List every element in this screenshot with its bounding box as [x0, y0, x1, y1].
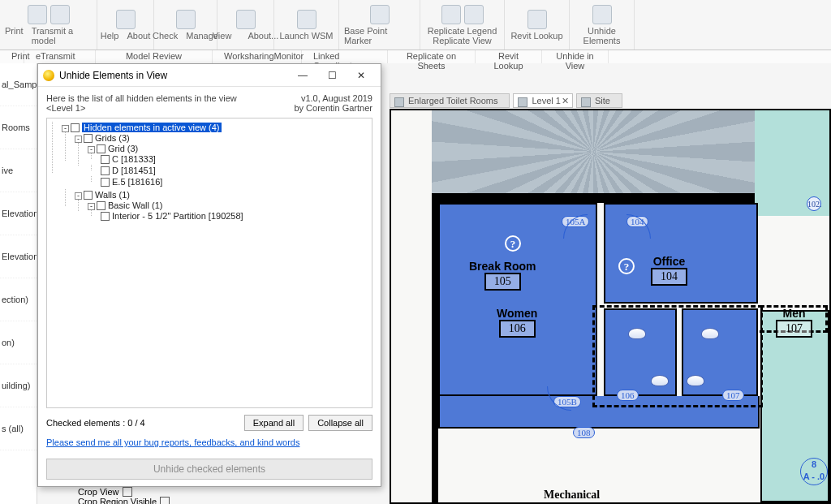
room-number: 106	[499, 320, 536, 338]
detail-bubble[interactable]: A - .0	[803, 472, 825, 481]
ribbon-label[interactable]: View	[213, 31, 232, 41]
panel-label: Revit Lookup	[476, 50, 542, 63]
checkbox[interactable]	[160, 497, 170, 504]
browser-item[interactable]: Rooms	[0, 106, 37, 149]
browser-item[interactable]: on)	[0, 321, 37, 364]
tree-node[interactable]: Grids (3)	[95, 133, 130, 143]
dialog-header: Here is the list of all hidden elements …	[38, 87, 381, 118]
project-browser[interactable]: al_Sampl Rooms ive Elevation Elevation) …	[0, 63, 37, 504]
print-icon[interactable]	[28, 5, 47, 24]
titlebar[interactable]: Unhide Elements in View — ☐ ✕	[38, 64, 381, 87]
ribbon-label[interactable]: Unhide Elements	[575, 26, 629, 45]
browser-item[interactable]: Elevation	[0, 192, 37, 235]
wsm-icon[interactable]	[297, 10, 316, 29]
ribbon-label[interactable]: Replicate Legend	[428, 26, 497, 36]
ribbon-label[interactable]: Help	[101, 31, 119, 41]
panel-label: Print	[0, 50, 24, 63]
feedback-link[interactable]: Please send me all your bug reports, fee…	[46, 437, 299, 447]
checkbox[interactable]	[123, 487, 132, 497]
collapse-all-button[interactable]: Collapse all	[308, 415, 372, 431]
intro-text: Here is the list of all hidden elements …	[46, 93, 237, 103]
panel-label: Linked Coordinates	[302, 50, 388, 63]
grid-head[interactable]: 102.	[807, 196, 821, 211]
ribbon-label[interactable]: Print	[5, 26, 24, 45]
collapse-icon[interactable]: -	[75, 136, 82, 143]
checkbox[interactable]	[101, 166, 110, 175]
tree-node[interactable]: Basic Wall (1)	[108, 200, 162, 210]
browser-item[interactable]: uilding)	[0, 364, 37, 407]
tab-enlarged-toilet[interactable]: Enlarged Toilet Rooms	[390, 93, 510, 108]
close-icon[interactable]: ✕	[562, 96, 569, 106]
room-label: Men	[776, 307, 812, 320]
tree-root[interactable]: Hidden elements in active view (4)	[82, 123, 222, 132]
help-icon[interactable]	[116, 10, 136, 29]
tree-leaf[interactable]: C [181333]	[112, 154, 156, 164]
view-tabs: Enlarged Toilet Rooms Level 1✕ Site	[390, 93, 831, 109]
basepoint-icon[interactable]	[370, 5, 390, 24]
collapse-icon[interactable]: -	[88, 203, 95, 210]
drawing-canvas[interactable]: 10 10 10 10 10 10 102. ? ? 105A 104 105B…	[390, 109, 831, 504]
ribbon-label[interactable]: Replicate View	[428, 36, 497, 45]
tree-node[interactable]: Walls (1)	[95, 190, 130, 200]
tree-leaf[interactable]: D [181451]	[112, 166, 156, 175]
dialog-footer: Checked elements : 0 / 4 Expand all Coll…	[38, 408, 381, 454]
tree-leaf[interactable]: Interior - 5 1/2" Partition [190258]	[112, 211, 243, 221]
wall	[432, 196, 755, 203]
panel-label: WorksharingMonitor	[213, 50, 302, 63]
checkbox[interactable]	[101, 212, 110, 221]
ribbon-label[interactable]: Transmit a model	[32, 26, 92, 45]
tab-level1[interactable]: Level 1✕	[513, 93, 572, 108]
close-button[interactable]: ✕	[347, 67, 376, 84]
level-text: <Level 1>	[46, 103, 237, 113]
transmit-icon[interactable]	[50, 5, 70, 24]
browser-item[interactable]: s (all)	[0, 407, 37, 450]
door-tag[interactable]: 106	[617, 390, 639, 401]
detail-bubble[interactable]: 8	[812, 459, 816, 469]
ribbon-label[interactable]: About	[127, 31, 150, 41]
prop-label: Crop View	[78, 487, 119, 497]
collapse-icon[interactable]: -	[62, 125, 69, 132]
unhide-dialog: Unhide Elements in View — ☐ ✕ Here is th…	[37, 63, 381, 487]
panel-label: Model Review	[96, 50, 213, 63]
lookup-icon[interactable]	[527, 10, 547, 29]
toilet-icon	[628, 328, 646, 339]
check-icon[interactable]	[176, 10, 196, 29]
checkbox[interactable]	[71, 123, 80, 132]
checkbox[interactable]	[84, 134, 93, 143]
checkbox[interactable]	[84, 191, 93, 200]
tree-leaf[interactable]: E.5 [181616]	[112, 177, 162, 187]
checkbox[interactable]	[101, 178, 110, 187]
browser-item[interactable]: ection)	[0, 278, 37, 321]
collapse-icon[interactable]: -	[75, 192, 82, 200]
expand-all-button[interactable]: Expand all	[244, 415, 304, 431]
door-tag[interactable]: 108	[573, 427, 595, 438]
unhide-icon[interactable]	[592, 5, 612, 24]
room-label: Office	[651, 255, 687, 268]
unhide-button[interactable]: Unhide checked elements	[46, 459, 372, 480]
minimize-button[interactable]: —	[288, 67, 317, 84]
checkbox[interactable]	[97, 201, 105, 210]
ribbon: PrintTransmit a model HelpAbout CheckMan…	[0, 0, 831, 50]
maximize-button[interactable]: ☐	[317, 67, 347, 84]
tree-node[interactable]: Grid (3)	[108, 144, 138, 153]
browser-item[interactable]: Elevation)	[0, 235, 37, 278]
browser-item[interactable]: al_Sampl	[0, 63, 37, 106]
tab-site[interactable]: Site	[576, 93, 622, 108]
room-number: 107	[776, 320, 812, 338]
wall	[432, 196, 438, 504]
ribbon-label[interactable]: Base Point Marker	[344, 26, 415, 45]
door-tag[interactable]: 107	[722, 390, 744, 401]
ribbon-label[interactable]: Launch WSM	[279, 31, 333, 41]
checkbox[interactable]	[101, 155, 110, 164]
browser-item[interactable]: ive	[0, 149, 37, 192]
ribbon-label[interactable]: Check	[153, 31, 178, 41]
tree-view[interactable]: -Hidden elements in active view (4) -Gri…	[46, 118, 372, 408]
checkbox[interactable]	[97, 144, 105, 153]
replicate-icon[interactable]	[441, 5, 461, 24]
view-icon[interactable]	[236, 10, 256, 29]
window-title: Unhide Elements in View	[59, 70, 288, 81]
collapse-icon[interactable]: -	[88, 146, 95, 153]
tab-label: Level 1	[532, 96, 560, 106]
replicate-icon[interactable]	[464, 5, 484, 24]
ribbon-label[interactable]: Revit Lookup	[510, 31, 562, 41]
